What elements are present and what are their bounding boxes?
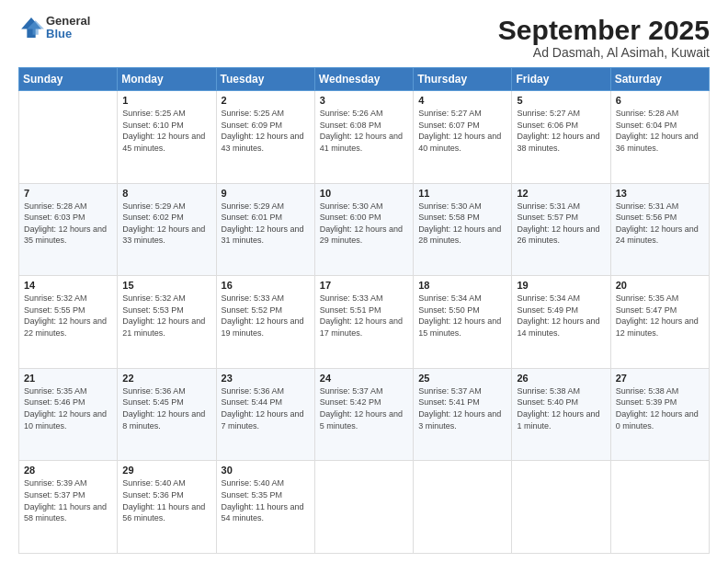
calendar-cell: 24Sunrise: 5:37 AMSunset: 5:42 PMDayligh… bbox=[314, 368, 413, 461]
day-number: 3 bbox=[320, 95, 408, 106]
calendar-table: SundayMondayTuesdayWednesdayThursdayFrid… bbox=[18, 67, 710, 554]
calendar-cell bbox=[414, 461, 512, 554]
day-number: 28 bbox=[24, 465, 112, 476]
calendar-cell: 7Sunrise: 5:28 AMSunset: 6:03 PMDaylight… bbox=[19, 183, 118, 276]
day-number: 17 bbox=[320, 280, 408, 291]
day-number: 22 bbox=[122, 373, 210, 384]
month-title: September 2025 bbox=[498, 15, 710, 45]
calendar-cell: 13Sunrise: 5:31 AMSunset: 5:56 PMDayligh… bbox=[610, 183, 709, 276]
calendar-cell: 14Sunrise: 5:32 AMSunset: 5:55 PMDayligh… bbox=[19, 276, 118, 369]
calendar-cell: 4Sunrise: 5:27 AMSunset: 6:07 PMDaylight… bbox=[414, 91, 512, 184]
day-info: Sunrise: 5:34 AMSunset: 5:49 PMDaylight:… bbox=[517, 293, 605, 339]
day-number: 19 bbox=[517, 280, 605, 291]
weekday-header-friday: Friday bbox=[512, 68, 610, 91]
day-number: 23 bbox=[222, 373, 310, 384]
calendar-cell: 28Sunrise: 5:39 AMSunset: 5:37 PMDayligh… bbox=[19, 461, 118, 554]
header: General Blue September 2025 Ad Dasmah, A… bbox=[18, 15, 710, 60]
day-number: 15 bbox=[122, 280, 210, 291]
day-info: Sunrise: 5:31 AMSunset: 5:57 PMDaylight:… bbox=[517, 201, 605, 247]
day-info: Sunrise: 5:36 AMSunset: 5:44 PMDaylight:… bbox=[222, 385, 310, 431]
day-info: Sunrise: 5:29 AMSunset: 6:01 PMDaylight:… bbox=[222, 201, 310, 247]
calendar-cell: 30Sunrise: 5:40 AMSunset: 5:35 PMDayligh… bbox=[216, 461, 314, 554]
location-subtitle: Ad Dasmah, Al Asimah, Kuwait bbox=[498, 45, 710, 60]
logo-text: General Blue bbox=[46, 15, 90, 41]
day-info: Sunrise: 5:33 AMSunset: 5:51 PMDaylight:… bbox=[320, 293, 408, 339]
calendar-header-row: SundayMondayTuesdayWednesdayThursdayFrid… bbox=[19, 68, 710, 91]
day-number: 1 bbox=[122, 95, 210, 106]
day-number: 21 bbox=[24, 373, 112, 384]
calendar-cell: 23Sunrise: 5:36 AMSunset: 5:44 PMDayligh… bbox=[216, 368, 314, 461]
calendar-cell: 26Sunrise: 5:38 AMSunset: 5:40 PMDayligh… bbox=[512, 368, 610, 461]
logo: General Blue bbox=[18, 15, 90, 41]
calendar-cell: 25Sunrise: 5:37 AMSunset: 5:41 PMDayligh… bbox=[414, 368, 512, 461]
day-info: Sunrise: 5:40 AMSunset: 5:36 PMDaylight:… bbox=[122, 477, 210, 523]
weekday-header-sunday: Sunday bbox=[19, 68, 118, 91]
day-number: 5 bbox=[517, 95, 605, 106]
day-info: Sunrise: 5:38 AMSunset: 5:39 PMDaylight:… bbox=[616, 385, 704, 431]
calendar-cell: 3Sunrise: 5:26 AMSunset: 6:08 PMDaylight… bbox=[314, 91, 413, 184]
calendar-cell: 11Sunrise: 5:30 AMSunset: 5:58 PMDayligh… bbox=[414, 183, 512, 276]
day-info: Sunrise: 5:33 AMSunset: 5:52 PMDaylight:… bbox=[222, 293, 310, 339]
day-number: 14 bbox=[24, 280, 112, 291]
logo-blue-text: Blue bbox=[46, 28, 90, 40]
calendar-cell: 17Sunrise: 5:33 AMSunset: 5:51 PMDayligh… bbox=[314, 276, 413, 369]
day-number: 4 bbox=[418, 95, 506, 106]
calendar-week-4: 21Sunrise: 5:35 AMSunset: 5:46 PMDayligh… bbox=[19, 368, 710, 461]
day-info: Sunrise: 5:40 AMSunset: 5:35 PMDaylight:… bbox=[222, 477, 310, 523]
calendar-week-5: 28Sunrise: 5:39 AMSunset: 5:37 PMDayligh… bbox=[19, 461, 710, 554]
day-number: 18 bbox=[418, 280, 506, 291]
day-number: 25 bbox=[418, 373, 506, 384]
day-number: 29 bbox=[122, 465, 210, 476]
calendar-cell: 18Sunrise: 5:34 AMSunset: 5:50 PMDayligh… bbox=[414, 276, 512, 369]
day-number: 9 bbox=[222, 188, 310, 199]
calendar-week-3: 14Sunrise: 5:32 AMSunset: 5:55 PMDayligh… bbox=[19, 276, 710, 369]
calendar-cell bbox=[314, 461, 413, 554]
calendar-cell: 27Sunrise: 5:38 AMSunset: 5:39 PMDayligh… bbox=[610, 368, 709, 461]
calendar-cell: 29Sunrise: 5:40 AMSunset: 5:36 PMDayligh… bbox=[118, 461, 216, 554]
day-number: 30 bbox=[222, 465, 310, 476]
day-number: 26 bbox=[517, 373, 605, 384]
day-number: 7 bbox=[24, 188, 112, 199]
day-number: 8 bbox=[122, 188, 210, 199]
day-info: Sunrise: 5:25 AMSunset: 6:09 PMDaylight:… bbox=[222, 108, 310, 154]
title-area: September 2025 Ad Dasmah, Al Asimah, Kuw… bbox=[498, 15, 710, 60]
day-info: Sunrise: 5:27 AMSunset: 6:06 PMDaylight:… bbox=[517, 108, 605, 154]
day-number: 10 bbox=[320, 188, 408, 199]
day-number: 16 bbox=[222, 280, 310, 291]
day-number: 6 bbox=[616, 95, 704, 106]
weekday-header-wednesday: Wednesday bbox=[314, 68, 413, 91]
day-number: 13 bbox=[616, 188, 704, 199]
day-info: Sunrise: 5:36 AMSunset: 5:45 PMDaylight:… bbox=[122, 385, 210, 431]
day-number: 11 bbox=[418, 188, 506, 199]
day-number: 12 bbox=[517, 188, 605, 199]
logo-icon bbox=[18, 15, 44, 40]
day-info: Sunrise: 5:32 AMSunset: 5:55 PMDaylight:… bbox=[24, 293, 112, 339]
day-info: Sunrise: 5:34 AMSunset: 5:50 PMDaylight:… bbox=[418, 293, 506, 339]
calendar-cell: 16Sunrise: 5:33 AMSunset: 5:52 PMDayligh… bbox=[216, 276, 314, 369]
day-info: Sunrise: 5:31 AMSunset: 5:56 PMDaylight:… bbox=[616, 201, 704, 247]
day-info: Sunrise: 5:28 AMSunset: 6:04 PMDaylight:… bbox=[616, 108, 704, 154]
weekday-header-thursday: Thursday bbox=[414, 68, 512, 91]
day-info: Sunrise: 5:35 AMSunset: 5:46 PMDaylight:… bbox=[24, 385, 112, 431]
day-info: Sunrise: 5:37 AMSunset: 5:42 PMDaylight:… bbox=[320, 385, 408, 431]
calendar-cell: 1Sunrise: 5:25 AMSunset: 6:10 PMDaylight… bbox=[118, 91, 216, 184]
calendar-cell: 22Sunrise: 5:36 AMSunset: 5:45 PMDayligh… bbox=[118, 368, 216, 461]
calendar-cell bbox=[512, 461, 610, 554]
day-info: Sunrise: 5:38 AMSunset: 5:40 PMDaylight:… bbox=[517, 385, 605, 431]
day-number: 27 bbox=[616, 373, 704, 384]
calendar-week-2: 7Sunrise: 5:28 AMSunset: 6:03 PMDaylight… bbox=[19, 183, 710, 276]
day-info: Sunrise: 5:30 AMSunset: 5:58 PMDaylight:… bbox=[418, 201, 506, 247]
day-info: Sunrise: 5:32 AMSunset: 5:53 PMDaylight:… bbox=[122, 293, 210, 339]
calendar-cell: 21Sunrise: 5:35 AMSunset: 5:46 PMDayligh… bbox=[19, 368, 118, 461]
calendar-week-1: 1Sunrise: 5:25 AMSunset: 6:10 PMDaylight… bbox=[19, 91, 710, 184]
day-number: 2 bbox=[222, 95, 310, 106]
calendar-cell: 8Sunrise: 5:29 AMSunset: 6:02 PMDaylight… bbox=[118, 183, 216, 276]
logo-general-text: General bbox=[46, 15, 90, 28]
calendar-cell: 2Sunrise: 5:25 AMSunset: 6:09 PMDaylight… bbox=[216, 91, 314, 184]
page: General Blue September 2025 Ad Dasmah, A… bbox=[0, 0, 728, 563]
day-info: Sunrise: 5:25 AMSunset: 6:10 PMDaylight:… bbox=[122, 108, 210, 154]
calendar-cell: 19Sunrise: 5:34 AMSunset: 5:49 PMDayligh… bbox=[512, 276, 610, 369]
calendar-cell bbox=[19, 91, 118, 184]
day-number: 20 bbox=[616, 280, 704, 291]
day-info: Sunrise: 5:27 AMSunset: 6:07 PMDaylight:… bbox=[418, 108, 506, 154]
